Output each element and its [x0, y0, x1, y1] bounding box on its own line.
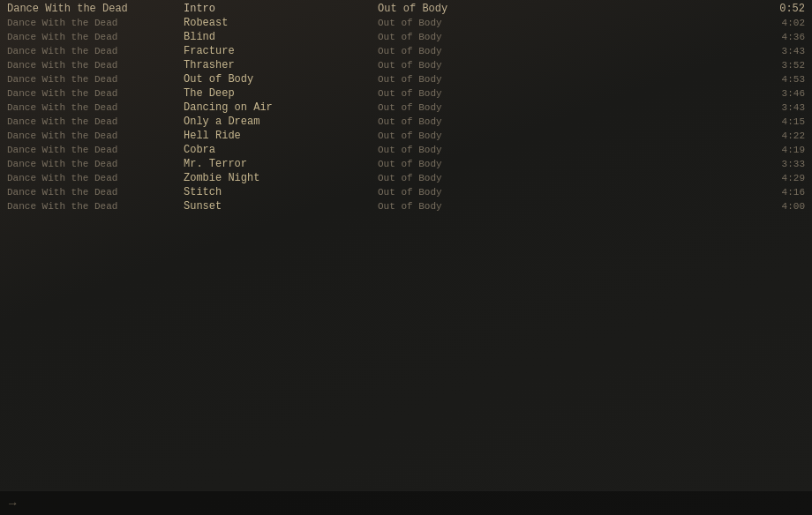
track-duration: 3:43 — [752, 44, 805, 58]
track-artist: Dance With the Dead — [7, 115, 184, 129]
table-row[interactable]: Dance With the DeadCobraOut of Body4:19 — [0, 143, 812, 157]
track-duration: 3:52 — [752, 58, 805, 72]
track-artist: Dance With the Dead — [7, 157, 184, 171]
track-duration: 0:52 — [752, 2, 805, 16]
track-album: Out of Body — [378, 72, 752, 86]
track-artist: Dance With the Dead — [7, 44, 184, 58]
table-row[interactable]: Dance With the DeadDancing on AirOut of … — [0, 101, 812, 115]
track-album: Out of Body — [378, 58, 752, 72]
track-title: Stitch — [184, 185, 378, 199]
track-album: Out of Body — [378, 86, 752, 101]
table-row[interactable]: Dance With the DeadHell RideOut of Body4… — [0, 129, 812, 143]
track-title: Thrasher — [184, 58, 378, 72]
track-duration: 3:33 — [752, 157, 805, 171]
table-row[interactable]: Dance With the DeadBlindOut of Body4:36 — [0, 30, 812, 44]
track-album: Out of Body — [378, 44, 752, 58]
track-artist: Dance With the Dead — [7, 2, 184, 16]
track-artist: Dance With the Dead — [7, 171, 184, 185]
track-title: Sunset — [184, 199, 378, 213]
track-artist: Dance With the Dead — [7, 16, 184, 30]
track-artist: Dance With the Dead — [7, 30, 184, 44]
track-artist: Dance With the Dead — [7, 101, 184, 115]
track-album: Out of Body — [378, 30, 752, 44]
track-title: Blind — [184, 30, 378, 44]
track-duration: 4:53 — [752, 72, 805, 86]
track-album: Out of Body — [378, 157, 752, 171]
track-duration: 4:19 — [752, 143, 805, 157]
track-artist: Dance With the Dead — [7, 199, 184, 213]
track-duration: 3:46 — [752, 86, 805, 101]
track-list: Dance With the DeadIntroOut of Body0:52D… — [0, 0, 812, 213]
track-album: Out of Body — [378, 199, 752, 213]
table-row[interactable]: Dance With the DeadIntroOut of Body0:52 — [0, 2, 812, 16]
track-title: Robeast — [184, 16, 378, 30]
track-artist: Dance With the Dead — [7, 86, 184, 101]
table-row[interactable]: Dance With the DeadFractureOut of Body3:… — [0, 44, 812, 58]
table-row[interactable]: Dance With the DeadMr. TerrorOut of Body… — [0, 157, 812, 171]
track-artist: Dance With the Dead — [7, 143, 184, 157]
track-duration: 4:36 — [752, 30, 805, 44]
table-row[interactable]: Dance With the DeadStitchOut of Body4:16 — [0, 185, 812, 199]
track-album: Out of Body — [378, 2, 752, 16]
track-artist: Dance With the Dead — [7, 58, 184, 72]
table-row[interactable]: Dance With the DeadRobeastOut of Body4:0… — [0, 16, 812, 30]
track-album: Out of Body — [378, 143, 752, 157]
track-album: Out of Body — [378, 129, 752, 143]
track-title: Cobra — [184, 143, 378, 157]
track-title: Only a Dream — [184, 115, 378, 129]
track-title: Dancing on Air — [184, 101, 378, 115]
table-row[interactable]: Dance With the DeadSunsetOut of Body4:00 — [0, 199, 812, 213]
track-title: The Deep — [184, 86, 378, 101]
track-artist: Dance With the Dead — [7, 72, 184, 86]
track-duration: 4:00 — [752, 199, 805, 213]
track-duration: 3:43 — [752, 101, 805, 115]
track-title: Zombie Night — [184, 171, 378, 185]
track-title: Out of Body — [184, 72, 378, 86]
track-duration: 4:16 — [752, 185, 805, 199]
track-album: Out of Body — [378, 101, 752, 115]
track-duration: 4:02 — [752, 16, 805, 30]
track-title: Mr. Terror — [184, 157, 378, 171]
bottom-bar: → — [0, 490, 812, 515]
arrow-icon: → — [9, 496, 16, 511]
track-artist: Dance With the Dead — [7, 129, 184, 143]
track-album: Out of Body — [378, 16, 752, 30]
track-title: Fracture — [184, 44, 378, 58]
table-row[interactable]: Dance With the DeadThrasherOut of Body3:… — [0, 58, 812, 72]
table-row[interactable]: Dance With the DeadZombie NightOut of Bo… — [0, 171, 812, 185]
table-row[interactable]: Dance With the DeadOnly a DreamOut of Bo… — [0, 115, 812, 129]
track-album: Out of Body — [378, 115, 752, 129]
track-duration: 4:29 — [752, 171, 805, 185]
table-row[interactable]: Dance With the DeadOut of BodyOut of Bod… — [0, 72, 812, 86]
track-title: Hell Ride — [184, 129, 378, 143]
track-duration: 4:15 — [752, 115, 805, 129]
track-album: Out of Body — [378, 171, 752, 185]
track-duration: 4:22 — [752, 129, 805, 143]
table-row[interactable]: Dance With the DeadThe DeepOut of Body3:… — [0, 86, 812, 101]
track-artist: Dance With the Dead — [7, 185, 184, 199]
track-title: Intro — [184, 2, 378, 16]
track-album: Out of Body — [378, 185, 752, 199]
